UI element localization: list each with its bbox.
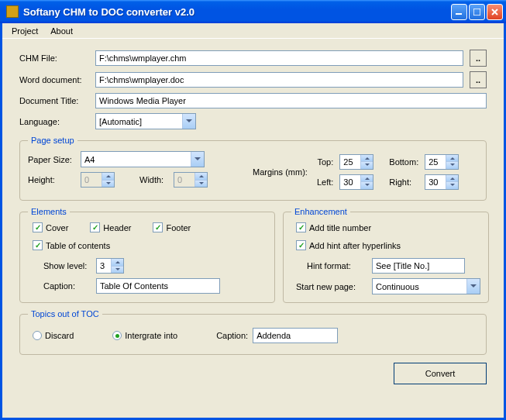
width-spinner	[174, 172, 208, 188]
margin-bottom-spinner[interactable]	[425, 154, 459, 170]
elements-legend: Elements	[28, 207, 70, 216]
toc-checkbox[interactable]: Table of contents	[33, 240, 110, 250]
titlenum-checkbox[interactable]: Add title number	[296, 222, 371, 232]
showlevel-label: Show level:	[43, 261, 93, 270]
menubar: Project About	[2, 23, 504, 39]
toc-caption-label: Caption:	[43, 281, 93, 291]
elements-group: Elements Cover Header Footer Table of co…	[19, 207, 275, 303]
close-button[interactable]	[487, 4, 503, 20]
newpage-combo[interactable]: Continuous	[372, 278, 480, 294]
enhancement-legend: Enhancement	[291, 207, 350, 216]
window-title: Softany CHM to DOC converter v2.0	[22, 6, 451, 18]
margin-left-spinner[interactable]	[339, 174, 373, 190]
language-value: [Automatic]	[96, 117, 182, 126]
margin-right-spinner[interactable]	[425, 174, 459, 190]
discard-radio[interactable]: Discard	[33, 331, 74, 340]
menu-about[interactable]: About	[44, 25, 79, 37]
page-setup-legend: Page setup	[28, 136, 77, 145]
paper-size-value: A4	[81, 155, 191, 164]
language-label: Language:	[19, 117, 92, 126]
page-setup-group: Page setup Paper Size: A4 Height: Width:	[19, 136, 487, 201]
showlevel-spinner[interactable]	[96, 258, 124, 274]
margin-left-label: Left:	[317, 177, 333, 187]
enhancement-group: Enhancement Add title number Add hint af…	[283, 207, 489, 303]
integrate-radio[interactable]: Intergrate into	[112, 331, 177, 340]
height-label: Height:	[28, 175, 77, 184]
chevron-down-icon	[182, 114, 195, 129]
hintformat-input[interactable]	[372, 258, 465, 274]
language-combo[interactable]: [Automatic]	[95, 113, 196, 129]
svg-rect-0	[456, 13, 462, 15]
margin-top-label: Top:	[317, 157, 333, 167]
convert-button[interactable]: Convert	[394, 363, 487, 384]
doc-title-label: Document Title:	[19, 96, 92, 105]
chm-file-input[interactable]	[95, 50, 463, 66]
toc-out-group: Topics out of TOC Discard Intergrate int…	[19, 309, 487, 355]
footer-checkbox[interactable]: Footer	[153, 222, 191, 232]
chevron-down-icon	[466, 279, 480, 294]
chevron-down-icon	[191, 152, 204, 167]
menu-project[interactable]: Project	[5, 25, 44, 37]
header-checkbox[interactable]: Header	[90, 222, 131, 232]
width-label: Width:	[139, 175, 170, 184]
paper-size-combo[interactable]: A4	[81, 151, 205, 167]
paper-size-label: Paper Size:	[28, 155, 77, 164]
toc-caption-input[interactable]	[96, 278, 220, 294]
margin-top-spinner[interactable]	[339, 154, 373, 170]
height-spinner	[81, 172, 115, 188]
doc-title-input[interactable]	[95, 93, 487, 108]
app-icon	[6, 5, 19, 18]
toc-out-legend: Topics out of TOC	[28, 309, 102, 318]
maximize-button[interactable]	[469, 4, 485, 20]
word-browse-button[interactable]: ..	[470, 71, 487, 88]
svg-rect-1	[473, 9, 480, 15]
addenda-caption-label: Caption:	[216, 331, 248, 340]
newpage-label: Start new page:	[296, 282, 369, 291]
addenda-caption-input[interactable]	[253, 328, 338, 343]
chm-browse-button[interactable]: ..	[470, 50, 487, 67]
titlebar: Softany CHM to DOC converter v2.0	[0, 0, 506, 23]
chm-file-label: CHM File:	[19, 53, 92, 63]
newpage-value: Continuous	[373, 282, 466, 291]
word-doc-label: Word document:	[19, 75, 92, 84]
minimize-button[interactable]	[451, 4, 467, 20]
margin-right-label: Right:	[389, 177, 418, 187]
margin-bottom-label: Bottom:	[389, 157, 418, 167]
word-doc-input[interactable]	[95, 72, 463, 88]
margins-label: Margins (mm):	[253, 167, 308, 177]
cover-checkbox[interactable]: Cover	[33, 222, 68, 232]
hintformat-label: Hint format:	[307, 261, 369, 270]
hint-checkbox[interactable]: Add hint after hyperlinks	[296, 240, 401, 250]
